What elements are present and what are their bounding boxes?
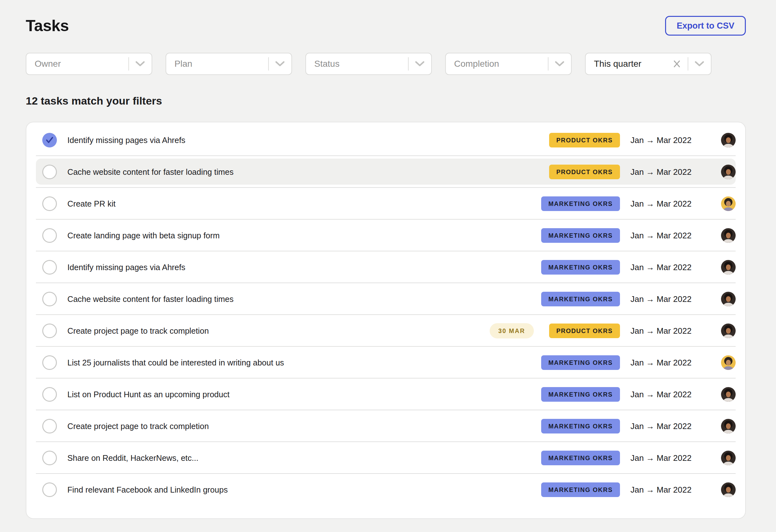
task-checkbox[interactable]: [42, 196, 57, 211]
task-title: List on Product Hunt as an upcoming prod…: [67, 390, 541, 399]
owner-avatar: [721, 419, 736, 433]
date-range: Jan → Mar 2022: [630, 199, 699, 209]
plan-badge-marketing: MARKETING OKRS: [541, 228, 620, 243]
task-title: Create PR kit: [67, 199, 541, 208]
date-range: Jan → Mar 2022: [630, 390, 699, 399]
task-row[interactable]: Create landing page with beta signup for…: [36, 220, 736, 251]
task-checkbox[interactable]: [42, 228, 57, 243]
task-checkbox[interactable]: [42, 355, 57, 370]
task-row[interactable]: Share on Reddit, HackerNews, etc...MARKE…: [36, 442, 736, 474]
task-title: Identify missing pages via Ahrefs: [67, 136, 549, 145]
due-date-badge: 30 MAR: [490, 323, 534, 338]
task-title: Share on Reddit, HackerNews, etc...: [67, 454, 541, 463]
task-checkbox[interactable]: [42, 451, 57, 465]
x-icon[interactable]: [670, 57, 683, 70]
check-icon: [45, 137, 54, 144]
task-row[interactable]: Cache website content for faster loading…: [36, 156, 736, 188]
filter-status-placeholder: Status: [306, 59, 408, 69]
filter-owner[interactable]: Owner: [26, 53, 152, 75]
task-row[interactable]: List 25 journalists that could be intere…: [36, 347, 736, 378]
filter-owner-placeholder: Owner: [26, 59, 128, 69]
task-row[interactable]: List on Product Hunt as an upcoming prod…: [36, 378, 736, 410]
filter-completion-placeholder: Completion: [446, 59, 548, 69]
chevron-down-icon[interactable]: [128, 53, 152, 74]
owner-avatar: [721, 355, 736, 370]
task-row[interactable]: Find relevant Facebook and LinkedIn grou…: [36, 474, 736, 506]
page-header: Tasks Export to CSV: [26, 0, 746, 36]
tasks-page: Tasks Export to CSV Owner Plan Status Co…: [0, 0, 776, 519]
task-row[interactable]: Identify missing pages via AhrefsPRODUCT…: [36, 124, 736, 156]
export-to-csv-button[interactable]: Export to CSV: [665, 16, 746, 36]
task-checkbox[interactable]: [42, 165, 57, 179]
filter-time-period[interactable]: This quarter: [585, 53, 712, 75]
task-list-card: Identify missing pages via AhrefsPRODUCT…: [26, 122, 746, 519]
date-range: Jan → Mar 2022: [630, 453, 699, 463]
task-title: Cache website content for faster loading…: [67, 168, 549, 177]
date-range: Jan → Mar 2022: [630, 421, 699, 431]
date-range: Jan → Mar 2022: [630, 262, 699, 273]
filter-plan-placeholder: Plan: [166, 59, 268, 69]
date-range: Jan → Mar 2022: [630, 231, 699, 240]
task-title: Create landing page with beta signup for…: [67, 231, 541, 240]
task-checkbox-checked[interactable]: [42, 133, 57, 148]
chevron-down-icon[interactable]: [408, 53, 431, 74]
plan-badge-marketing: MARKETING OKRS: [541, 451, 620, 465]
plan-badge-product: PRODUCT OKRS: [549, 133, 620, 148]
owner-avatar: [721, 483, 736, 497]
owner-avatar: [721, 228, 736, 243]
task-title: Find relevant Facebook and LinkedIn grou…: [67, 485, 541, 495]
chevron-down-icon[interactable]: [548, 53, 571, 74]
plan-badge-marketing: MARKETING OKRS: [541, 355, 620, 370]
task-checkbox[interactable]: [42, 387, 57, 402]
date-range: Jan → Mar 2022: [630, 294, 699, 304]
filter-status[interactable]: Status: [306, 53, 432, 75]
filter-time-period-value: This quarter: [586, 59, 670, 69]
plan-badge-marketing: MARKETING OKRS: [541, 483, 620, 497]
task-title: Cache website content for faster loading…: [67, 295, 541, 304]
plan-badge-marketing: MARKETING OKRS: [541, 260, 620, 275]
owner-avatar: [721, 260, 736, 275]
plan-badge-product: PRODUCT OKRS: [549, 324, 620, 338]
task-checkbox[interactable]: [42, 324, 57, 338]
page-title: Tasks: [26, 16, 69, 35]
task-row[interactable]: Create PR kitMARKETING OKRSJan → Mar 202…: [36, 188, 736, 220]
task-row[interactable]: Create project page to track completionM…: [36, 410, 736, 442]
plan-badge-product: PRODUCT OKRS: [549, 165, 620, 179]
owner-avatar: [721, 196, 736, 211]
owner-avatar: [721, 292, 736, 306]
task-row[interactable]: Cache website content for faster loading…: [36, 283, 736, 315]
filter-completion[interactable]: Completion: [445, 53, 572, 75]
results-summary: 12 tasks match your filters: [26, 95, 746, 107]
date-range: Jan → Mar 2022: [630, 326, 699, 336]
filter-bar: Owner Plan Status Completion This quarte…: [26, 53, 746, 75]
owner-avatar: [721, 165, 736, 179]
owner-avatar: [721, 387, 736, 402]
task-title: List 25 journalists that could be intere…: [67, 358, 541, 367]
owner-avatar: [721, 133, 736, 148]
date-range: Jan → Mar 2022: [630, 358, 699, 368]
date-range: Jan → Mar 2022: [630, 167, 699, 177]
task-row[interactable]: Identify missing pages via AhrefsMARKETI…: [36, 251, 736, 283]
task-row[interactable]: Create project page to track completion3…: [36, 315, 736, 347]
plan-badge-marketing: MARKETING OKRS: [541, 196, 620, 211]
chevron-down-icon[interactable]: [688, 53, 711, 74]
owner-avatar: [721, 324, 736, 338]
task-checkbox[interactable]: [42, 260, 57, 275]
filter-plan[interactable]: Plan: [166, 53, 292, 75]
plan-badge-marketing: MARKETING OKRS: [541, 419, 620, 433]
date-range: Jan → Mar 2022: [630, 485, 699, 495]
date-range: Jan → Mar 2022: [630, 135, 699, 145]
task-title: Identify missing pages via Ahrefs: [67, 263, 541, 272]
owner-avatar: [721, 451, 736, 465]
plan-badge-marketing: MARKETING OKRS: [541, 292, 620, 306]
task-checkbox[interactable]: [42, 292, 57, 306]
plan-badge-marketing: MARKETING OKRS: [541, 387, 620, 402]
task-checkbox[interactable]: [42, 483, 57, 497]
task-checkbox[interactable]: [42, 419, 57, 433]
chevron-down-icon[interactable]: [268, 53, 292, 74]
task-title: Create project page to track completion: [67, 422, 541, 431]
task-title: Create project page to track completion: [67, 326, 490, 336]
